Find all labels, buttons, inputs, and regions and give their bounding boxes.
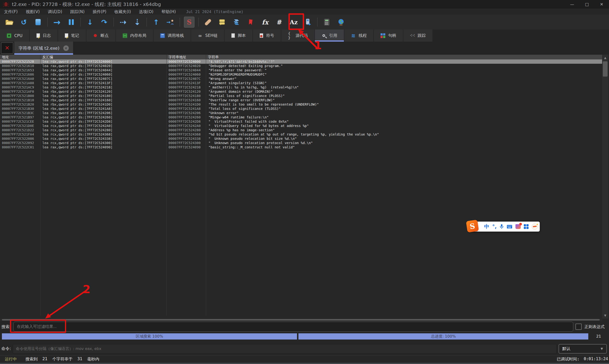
table-row[interactable]: 00007FF72C521D0Elea rcx,qword ptr ds:[7F… [0,124,602,128]
search-input[interactable] [13,322,573,332]
tab-handles[interactable]: 句柄 [374,29,403,42]
cpu-icon [7,33,12,38]
column-header-string[interactable]: 字符串 [206,55,602,59]
find-strings-button[interactable]: Az [288,17,299,27]
sogou-logo-icon[interactable]: S [466,220,479,233]
patch-icon [204,18,212,26]
vertical-scrollbar[interactable]: ▲ ▼ [602,55,608,319]
run-button[interactable]: → [52,17,62,27]
cell-string: "_matherr(): %s in %s(%g, %g) (retval=%g… [206,85,602,89]
tab-call-stack[interactable]: 调用堆栈 [153,29,191,42]
menu-item-1[interactable]: 视图(V) [22,9,44,15]
menu-item-3[interactable]: 跟踪(N) [66,9,89,15]
table-row[interactable]: 00007FF72C521CEElea rcx,qword ptr ds:[7F… [0,119,602,124]
source-mode-toggle-button[interactable]: S [184,17,194,27]
scroll-down-icon[interactable]: ▼ [602,312,608,319]
maximize-button[interactable]: □ [580,0,594,9]
table-row[interactable]: 00007FF72C521B20lea rbx,qword ptr ds:[7F… [0,102,602,106]
tab-seh-chain[interactable]: ∞SEH链 [191,29,224,42]
table-row[interactable]: 00007FF72C521A88lea rbx,qword ptr ds:[7F… [0,81,602,85]
symbols-globe-button[interactable] [336,17,346,27]
table-row[interactable]: 00007FF72C521610lea rax,qword ptr ds:[7F… [0,64,602,68]
table-row[interactable]: 00007FF72C521B30lea rbx,qword ptr ds:[7F… [0,106,602,111]
horizontal-scrollbar[interactable] [0,319,602,321]
table-row[interactable]: 00007FF72C521D22lea rcx,qword ptr ds:[7F… [0,128,602,132]
ime-menu-button[interactable] [524,224,528,229]
step-over-button[interactable]: ↷ [99,17,109,27]
run-to-user-code-button[interactable]: ⇣ [132,17,143,27]
tab-memory-map[interactable]: 内存布局 [116,29,153,42]
step-into-button[interactable]: ↓ [85,17,95,27]
strings-reference-subtab[interactable]: 字符串 (区域 t2.exe) ✕ [14,42,73,55]
tab-source[interactable]: { }源代码 [281,29,314,42]
menu-item-5[interactable]: 收藏夹(I) [110,9,135,15]
ai-assistant-button[interactable]: ✦ [532,223,538,230]
tab-breakpoint[interactable]: 断点 [86,29,115,42]
table-row[interactable]: 00007FF72C521B10lea rbx,qword ptr ds:[7F… [0,98,602,102]
cell-string-address: 00007FF72C52413F [167,81,206,85]
minimize-button[interactable]: — [565,0,580,9]
punctuation-mode-button[interactable]: °, [492,224,497,229]
step-out-button[interactable]: ↑ [151,17,161,27]
table-row[interactable]: 00007FF72C522C01lea rax,qword ptr ds:[7F… [0,145,602,149]
command-input[interactable] [13,344,557,353]
scroll-up-icon[interactable]: ▲ [602,55,608,61]
menu-item-0[interactable]: 文件(F) [0,9,22,15]
tab-threads[interactable]: ≋线程 [344,29,373,42]
table-row[interactable]: 00007FF72C5216A0lea rax,qword ptr ds:[7F… [0,77,602,81]
open-file-button[interactable] [4,17,15,27]
labels-button[interactable] [231,17,242,27]
tab-symbols[interactable]: 符号 [253,29,281,42]
table-row[interactable]: 00007FF72C521AF0lea rbx,qword ptr ds:[7F… [0,89,602,94]
voice-input-button[interactable] [500,224,504,229]
tab-trace[interactable]: ⁖⁖跟踪 [403,29,433,42]
menu-item-4[interactable]: 插件(P) [89,9,110,15]
scrollbar-thumb[interactable] [603,61,608,77]
table-row[interactable]: 00007FF72C521B97lea rcx,qword ptr ds:[7F… [0,115,602,119]
close-subtab-icon[interactable]: ✕ [63,45,69,51]
window-title: t2.exe - PID: 27728 - 模块: t2.exe - 线程: 主… [12,1,161,8]
profile-dropdown[interactable]: 默认 ▼ [558,344,607,353]
bookmarks-button[interactable] [246,17,256,27]
menu-item-2[interactable]: 调试(D) [44,9,66,15]
tab-script[interactable]: 脚本 [225,29,253,42]
column-header-string-address[interactable]: 字符串地址 [167,55,206,59]
scrollbar-thumb[interactable] [2,319,600,321]
skin-button[interactable] [515,224,521,229]
close-button[interactable]: ✕ [594,0,609,9]
table-row[interactable]: 00007FF72C521B00lea rbx,qword ptr ds:[7F… [0,94,602,98]
cell-string-address: 00007FF72C524000 [167,59,206,64]
comments-button[interactable] [217,17,228,27]
menu-item-7[interactable]: 帮助(H) [158,9,180,15]
table-row[interactable]: 00007FF72C52152Blea rdx,qword ptr ds:[7F… [0,59,602,64]
table-row[interactable]: 00007FF72C521AC9lea rdx,qword ptr ds:[7F… [0,85,602,89]
table-row[interactable]: 00007FF72C521B3Clea rbx,qword ptr ds:[7F… [0,111,602,115]
column-header-disassembly[interactable]: 反汇编 [41,55,167,59]
table-row[interactable]: 00007FF72C521686lea rdx,qword ptr ds:[7F… [0,72,602,77]
functions-button[interactable]: fx [260,17,270,27]
restart-button[interactable]: ↺ [19,17,29,27]
tab-log[interactable]: 日志 [30,29,58,42]
tab-notes[interactable]: 笔记 [58,29,86,42]
regex-checkbox[interactable] [575,324,582,330]
tab-references[interactable]: 引用 [315,29,344,42]
pause-button[interactable] [66,17,76,27]
table-row[interactable]: 00007FF72C522086lea rcx,qword ptr ds:[7F… [0,136,602,141]
table-row[interactable]: 00007FF72C522092lea rcx,qword ptr ds:[7F… [0,141,602,145]
chinese-mode-button[interactable]: 中 [484,223,489,230]
tab-cpu[interactable]: CPU [0,29,29,42]
table-row[interactable]: 00007FF72C521653lea rax,qword ptr ds:[7F… [0,68,602,72]
hash-button[interactable]: # [274,17,285,27]
soft-keyboard-button[interactable] [507,225,512,229]
total-progress-bar: 总进度: 100% [298,333,588,339]
menu-item-6[interactable]: 选项(O) [135,9,158,15]
patches-button[interactable] [203,17,213,27]
calculator-button[interactable] [322,17,332,27]
column-header-address[interactable]: 地址 [0,55,41,59]
stop-button[interactable] [33,17,43,27]
close-all-references-button[interactable]: ✕ [1,42,13,54]
execute-till-return-button[interactable]: ⇢ [118,17,128,27]
attach-button[interactable] [303,17,313,27]
animate-into-button[interactable]: → [165,17,176,27]
table-row[interactable]: 00007FF72C521FA4lea rcx,qword ptr ds:[7F… [0,132,602,136]
